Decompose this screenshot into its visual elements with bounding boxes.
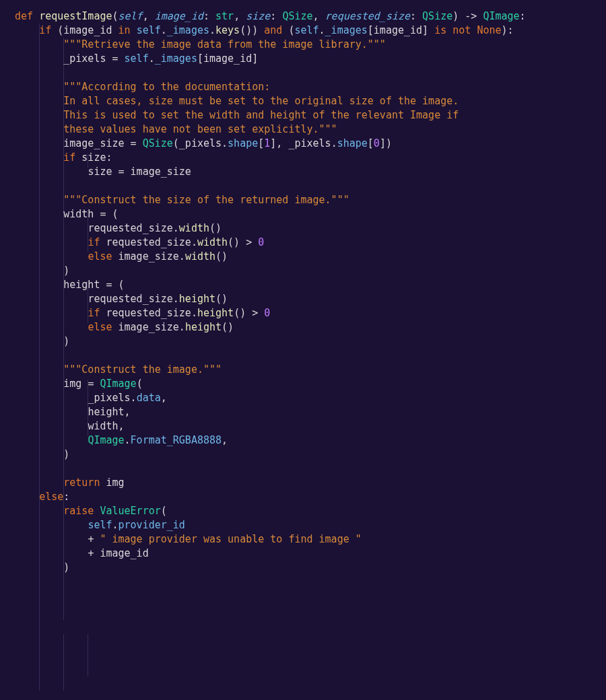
code-editor[interactable]: def requestImage(self, image_id: str, si… xyxy=(0,0,606,584)
code-block: def requestImage(self, image_id: str, si… xyxy=(15,9,606,575)
param-self: self xyxy=(119,10,143,22)
docstring: """Construct the size of the returned im… xyxy=(63,194,349,206)
docstring: """According to the documentation: xyxy=(63,81,270,93)
param-image-id: image_id xyxy=(155,10,203,22)
docstring: """Construct the image.""" xyxy=(63,363,222,376)
keyword-def: def xyxy=(15,10,33,22)
function-name: requestImage xyxy=(39,10,112,22)
param-requested-size: requested_size xyxy=(325,10,410,22)
param-size: size xyxy=(246,10,270,22)
docstring: """Retrieve the image data from the imag… xyxy=(63,38,386,50)
